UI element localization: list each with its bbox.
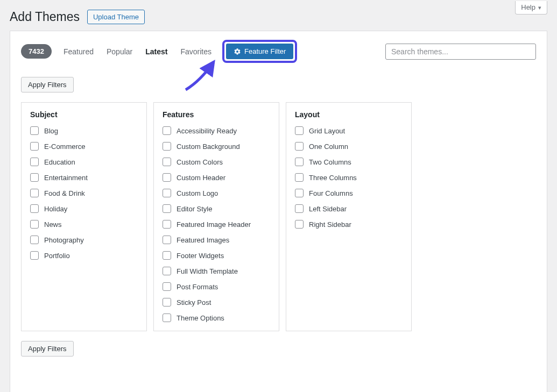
filter-checkbox-item[interactable]: Editor Style: [163, 204, 270, 213]
filter-checkbox-item[interactable]: Custom Logo: [163, 189, 270, 197]
checkbox-label: Custom Logo: [177, 189, 218, 197]
upload-theme-button[interactable]: Upload Theme: [87, 10, 145, 24]
checkbox-icon[interactable]: [163, 298, 171, 307]
filter-checkbox-item[interactable]: Education: [30, 158, 138, 166]
checkbox-label: Four Columns: [309, 189, 353, 197]
checkbox-icon[interactable]: [163, 282, 171, 291]
checkbox-icon[interactable]: [163, 204, 171, 213]
filter-checkbox-item[interactable]: Left Sidebar: [295, 204, 403, 213]
filter-checkbox-item[interactable]: Featured Images: [163, 236, 270, 244]
apply-filters-button-bottom[interactable]: Apply Filters: [21, 341, 74, 357]
apply-filters-row-bottom: Apply Filters: [21, 341, 536, 357]
filter-checkbox-item[interactable]: Custom Header: [163, 173, 270, 182]
tab-featured[interactable]: Featured: [57, 44, 100, 59]
filter-group-features: Features Accessibility ReadyCustom Backg…: [153, 102, 279, 331]
checkbox-icon[interactable]: [30, 173, 39, 182]
checkbox-label: Footer Widgets: [177, 252, 224, 260]
filter-checkbox-item[interactable]: Photography: [30, 236, 138, 244]
checkbox-icon[interactable]: [295, 220, 304, 229]
filter-checkbox-item[interactable]: Two Columns: [295, 158, 403, 166]
checkbox-label: Holiday: [44, 205, 67, 213]
page-title: Add Themes: [10, 10, 80, 24]
filter-tabs: 7432 Featured Popular Latest Favorites F…: [21, 40, 297, 63]
checkbox-icon[interactable]: [30, 142, 39, 151]
checkbox-label: Portfolio: [44, 252, 70, 260]
checkbox-icon[interactable]: [295, 142, 304, 151]
checkbox-icon[interactable]: [163, 126, 171, 135]
filter-checkbox-item[interactable]: Featured Image Header: [163, 220, 270, 229]
main-panel: 7432 Featured Popular Latest Favorites F…: [10, 31, 547, 392]
filter-columns: Subject BlogE-CommerceEducationEntertain…: [21, 102, 536, 331]
checkbox-icon[interactable]: [30, 158, 39, 166]
checkbox-icon[interactable]: [295, 204, 304, 213]
filter-checkbox-item[interactable]: Custom Background: [163, 142, 270, 151]
checkbox-label: Custom Header: [177, 174, 225, 182]
group-title-layout: Layout: [295, 110, 403, 119]
page-header: Add Themes Upload Theme: [0, 0, 557, 31]
filter-checkbox-item[interactable]: Accessibility Ready: [163, 126, 270, 135]
feature-filter-button[interactable]: Feature Filter: [226, 44, 293, 59]
checkbox-icon[interactable]: [30, 189, 39, 197]
filter-checkbox-item[interactable]: News: [30, 220, 138, 229]
checkbox-icon[interactable]: [163, 220, 171, 229]
search-themes-input[interactable]: [385, 44, 536, 60]
filter-checkbox-item[interactable]: Portfolio: [30, 251, 138, 260]
filter-checkbox-item[interactable]: Three Columns: [295, 173, 403, 182]
checkbox-icon[interactable]: [163, 142, 171, 151]
filter-checkbox-item[interactable]: Custom Colors: [163, 158, 270, 166]
checkbox-label: Grid Layout: [309, 127, 345, 135]
checkbox-icon[interactable]: [163, 158, 171, 166]
checkbox-icon[interactable]: [163, 236, 171, 244]
filter-checkbox-item[interactable]: Blog: [30, 126, 138, 135]
filter-checkbox-item[interactable]: Holiday: [30, 204, 138, 213]
checkbox-label: Three Columns: [309, 174, 357, 182]
checkbox-label: Blog: [44, 127, 58, 135]
checkbox-icon[interactable]: [30, 236, 39, 244]
checkbox-icon[interactable]: [295, 158, 304, 166]
group-title-subject: Subject: [30, 110, 138, 119]
filter-group-subject: Subject BlogE-CommerceEducationEntertain…: [21, 102, 147, 331]
tab-popular[interactable]: Popular: [100, 44, 139, 59]
filter-checkbox-item[interactable]: Four Columns: [295, 189, 403, 197]
apply-filters-button-top[interactable]: Apply Filters: [21, 77, 74, 92]
filter-checkbox-item[interactable]: Sticky Post: [163, 298, 270, 307]
filter-checkbox-item[interactable]: Entertainment: [30, 173, 138, 182]
filter-checkbox-item[interactable]: Full Width Template: [163, 267, 270, 275]
checkbox-icon[interactable]: [163, 189, 171, 197]
checkbox-label: One Column: [309, 142, 348, 151]
checkbox-icon[interactable]: [30, 204, 39, 213]
checkbox-icon[interactable]: [295, 189, 304, 197]
filter-checkbox-item[interactable]: Food & Drink: [30, 189, 138, 197]
filter-checkbox-item[interactable]: Post Formats: [163, 282, 270, 291]
tab-favorites[interactable]: Favorites: [174, 44, 218, 59]
filter-checkbox-item[interactable]: Footer Widgets: [163, 251, 270, 260]
help-tab[interactable]: Help: [515, 1, 547, 15]
filter-checkbox-item[interactable]: Theme Options: [163, 313, 270, 322]
checkbox-icon[interactable]: [295, 173, 304, 182]
checkbox-icon[interactable]: [295, 126, 304, 135]
checkbox-label: Post Formats: [177, 283, 218, 291]
feature-filter-label: Feature Filter: [244, 47, 286, 55]
features-items: Accessibility ReadyCustom BackgroundCust…: [163, 126, 270, 322]
checkbox-icon[interactable]: [163, 173, 171, 182]
checkbox-label: Food & Drink: [44, 189, 85, 197]
group-title-features: Features: [163, 110, 270, 119]
checkbox-icon[interactable]: [163, 251, 171, 260]
filter-checkbox-item[interactable]: E-Commerce: [30, 142, 138, 151]
theme-count-pill: 7432: [21, 44, 52, 59]
filter-checkbox-item[interactable]: One Column: [295, 142, 403, 151]
checkbox-icon[interactable]: [30, 126, 39, 135]
checkbox-icon[interactable]: [30, 220, 39, 229]
checkbox-label: E-Commerce: [44, 142, 86, 151]
filter-checkbox-item[interactable]: Grid Layout: [295, 126, 403, 135]
checkbox-icon[interactable]: [163, 267, 171, 275]
checkbox-label: Sticky Post: [177, 298, 211, 307]
checkbox-label: Entertainment: [44, 174, 88, 182]
checkbox-label: Two Columns: [309, 158, 351, 166]
filter-checkbox-item[interactable]: Right Sidebar: [295, 220, 403, 229]
checkbox-icon[interactable]: [163, 313, 171, 322]
checkbox-label: Featured Images: [177, 236, 229, 244]
tab-latest[interactable]: Latest: [139, 44, 174, 59]
checkbox-label: Accessibility Ready: [177, 127, 237, 135]
checkbox-icon[interactable]: [30, 251, 39, 260]
